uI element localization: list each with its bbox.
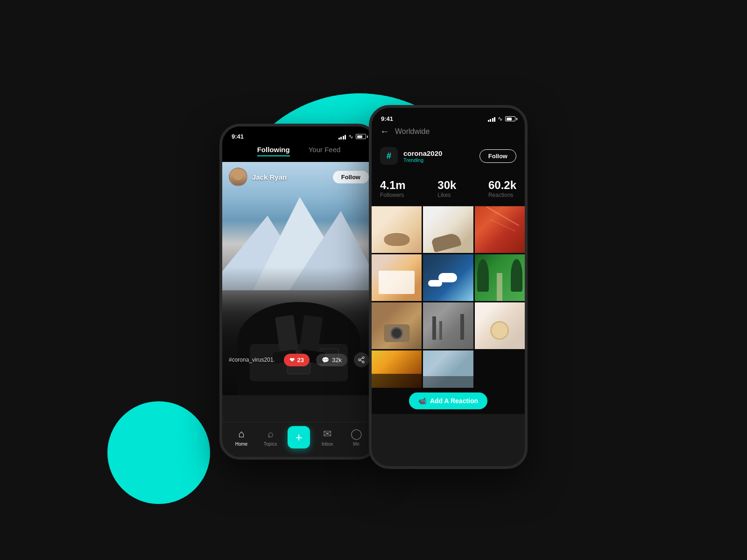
tab-following[interactable]: Following xyxy=(257,146,290,156)
add-button[interactable]: + xyxy=(288,426,310,448)
grid-image-1[interactable] xyxy=(372,206,422,253)
comment-icon: 💬 xyxy=(322,357,329,364)
header-title: Worldwide xyxy=(395,127,430,136)
path-decoration xyxy=(497,273,502,301)
tree-left xyxy=(477,259,489,292)
grid-image-4[interactable] xyxy=(372,254,422,301)
battery-icon-2 xyxy=(505,116,515,121)
nav-home[interactable]: ⌂ Home xyxy=(230,428,253,447)
nav-me-label: Me xyxy=(353,441,359,447)
trending-label: Trending xyxy=(403,157,442,163)
camera-decoration xyxy=(384,324,409,342)
phones-container: 9:41 ∿ Following Your Feed xyxy=(219,105,528,469)
status-time-1: 9:41 xyxy=(232,133,244,140)
grid-image-6[interactable] xyxy=(475,254,525,301)
username: Jack Ryan xyxy=(252,173,287,181)
phone-1-nav: Following Your Feed xyxy=(222,142,375,162)
cloud-decoration-2 xyxy=(428,280,442,287)
battery-icon-1 xyxy=(356,134,366,139)
add-reaction-label: Add A Reaction xyxy=(430,397,478,405)
heart-icon: ❤ xyxy=(289,357,295,364)
stat-reactions: 60.2k Reactions xyxy=(488,179,516,198)
add-reaction-button[interactable]: 📹 Add A Reaction xyxy=(409,392,487,409)
likes-pill[interactable]: ❤ 23 xyxy=(284,354,310,366)
avatar-face xyxy=(230,168,247,185)
status-time-2: 9:41 xyxy=(381,115,393,122)
nav-me[interactable]: ◯ Me xyxy=(345,428,368,447)
followers-label: Followers xyxy=(380,192,404,198)
texture-line-1 xyxy=(486,206,519,226)
grid-image-9[interactable] xyxy=(475,302,525,349)
reactions-value: 60.2k xyxy=(488,179,516,192)
nav-inbox[interactable]: ✉ Inbox xyxy=(316,428,339,447)
sky-ground xyxy=(423,376,473,388)
grid-image-10[interactable] xyxy=(372,350,422,388)
stat-followers: 4.1m Followers xyxy=(380,179,406,198)
status-bar-1: 9:41 ∿ xyxy=(222,126,375,142)
trending-section: # corona2020 Trending Follow xyxy=(372,141,525,172)
nav-home-label: Home xyxy=(235,441,248,447)
wifi-icon-1: ∿ xyxy=(348,133,353,140)
signal-icon-1 xyxy=(338,134,346,140)
svg-point-1 xyxy=(359,359,360,361)
share-button[interactable] xyxy=(354,352,369,367)
comments-pill[interactable]: 💬 32k xyxy=(316,354,347,366)
tree-right xyxy=(511,259,522,292)
post-hashtag: #corona_virus201. xyxy=(229,357,277,363)
phone-2: 9:41 ∿ ← Worldwide # xyxy=(369,105,528,469)
notebook-decoration xyxy=(379,271,415,294)
winter-tree-1 xyxy=(432,316,436,340)
follow-button[interactable]: Follow xyxy=(333,171,369,183)
pilot-legs xyxy=(271,311,327,358)
svg-point-2 xyxy=(362,361,364,363)
bottom-nav: ⌂ Home ⌕ Topics + ✉ Inbox ◯ Me xyxy=(222,422,375,457)
svg-point-0 xyxy=(362,357,364,358)
svg-line-4 xyxy=(360,358,363,359)
grid-image-7[interactable] xyxy=(372,302,422,349)
stat-likes: 30k Likes xyxy=(437,179,456,198)
home-icon: ⌂ xyxy=(238,428,244,440)
shoe-decoration xyxy=(431,232,462,253)
main-post-image: Jack Ryan Follow #corona_virus201. ❤ 23 … xyxy=(222,162,375,395)
wifi-icon-2: ∿ xyxy=(498,115,503,122)
status-bar-2: 9:41 ∿ xyxy=(372,108,525,124)
status-icons-2: ∿ xyxy=(488,115,516,122)
user-header: Jack Ryan Follow xyxy=(229,168,369,186)
phone-1: 9:41 ∿ Following Your Feed xyxy=(219,124,378,460)
teal-circle-small xyxy=(107,401,210,504)
grid-image-11[interactable] xyxy=(423,350,473,388)
image-grid xyxy=(372,206,525,388)
tab-your-feed[interactable]: Your Feed xyxy=(309,146,341,156)
nav-topics[interactable]: ⌕ Topics xyxy=(259,428,282,447)
likes-count: 23 xyxy=(297,357,304,364)
grid-image-2[interactable] xyxy=(423,206,473,253)
grid-image-3[interactable] xyxy=(475,206,525,253)
stats-row: 4.1m Followers 30k Likes 60.2k Reactions xyxy=(372,172,525,206)
inbox-icon: ✉ xyxy=(323,428,331,440)
back-button[interactable]: ← xyxy=(380,126,389,137)
trending-info: corona2020 Trending xyxy=(403,149,442,163)
user-info: Jack Ryan xyxy=(229,168,287,186)
followers-value: 4.1m xyxy=(380,179,406,192)
grid-image-5[interactable] xyxy=(423,254,473,301)
follow-button-2[interactable]: Follow xyxy=(479,149,516,163)
sunset-city xyxy=(372,374,422,388)
nav-topics-label: Topics xyxy=(264,441,277,447)
grid-image-8[interactable] xyxy=(423,302,473,349)
profile-icon: ◯ xyxy=(351,428,362,440)
likes-value: 30k xyxy=(437,179,456,192)
post-actions: #corona_virus201. ❤ 23 💬 32k xyxy=(229,352,369,367)
nav-inbox-label: Inbox xyxy=(322,441,333,447)
comments-count: 32k xyxy=(332,357,342,364)
search-icon: ⌕ xyxy=(268,428,274,440)
trending-name: corona2020 xyxy=(403,149,442,157)
phone-2-header: ← Worldwide xyxy=(372,124,525,141)
cup-decoration xyxy=(490,321,509,340)
likes-label: Likes xyxy=(437,192,451,198)
status-icons-1: ∿ xyxy=(338,133,366,140)
avatar xyxy=(229,168,247,186)
food-bowl-decoration xyxy=(384,232,409,246)
hash-icon: # xyxy=(380,147,398,165)
reaction-camera-icon: 📹 xyxy=(418,397,426,405)
winter-tree-2 xyxy=(439,321,442,340)
